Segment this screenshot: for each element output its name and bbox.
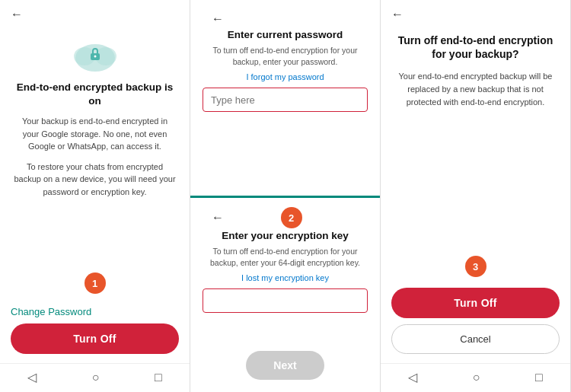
- panel3-body: Turn off end-to-end encryption for your …: [381, 26, 570, 139]
- panel3-desc: Your end-to-end encrypted backup will be…: [394, 70, 557, 109]
- cloud-lock-icon: [71, 33, 120, 73]
- panel2-top: ← Enter current password To turn off end…: [190, 0, 380, 198]
- svg-point-4: [94, 56, 96, 58]
- panel2-bottom-title: Enter your encryption key: [203, 230, 368, 241]
- panel2-bottom: ← 2 Enter your encryption key To turn of…: [190, 198, 380, 392]
- encryption-key-input[interactable]: [211, 295, 359, 307]
- next-button[interactable]: Next: [246, 351, 324, 380]
- step-badge-2: 2: [281, 207, 302, 228]
- panel1-body: End-to-end encrypted backup is on Your b…: [0, 26, 190, 206]
- panel-1: ← End-to-end encrypted backup is on Your…: [0, 0, 190, 392]
- cancel-button-3[interactable]: Cancel: [391, 324, 560, 354]
- panel3-buttons: Turn Off Cancel: [381, 288, 570, 360]
- back-button-1[interactable]: ←: [11, 8, 23, 21]
- back-button-2b[interactable]: ←: [212, 211, 224, 225]
- panel1-desc1: Your backup is end-to-end encrypted in y…: [14, 115, 176, 153]
- nav-square-icon-1[interactable]: □: [155, 371, 162, 384]
- panel1-buttons: Change Password Turn Off: [0, 304, 190, 360]
- lost-key-link[interactable]: I lost my encryption key: [203, 273, 368, 282]
- nav-home-icon-1[interactable]: ○: [92, 371, 100, 384]
- panel1-nav: ←: [0, 0, 190, 26]
- panel2-top-desc: To turn off end-to-end encryption for yo…: [203, 45, 368, 68]
- panel-2: ← Enter current password To turn off end…: [190, 0, 381, 392]
- forgot-password-link[interactable]: I forgot my password: [203, 72, 368, 81]
- step-badge-1: 1: [85, 272, 106, 294]
- panel1-bottom-nav: ◁ ○ □: [0, 363, 190, 392]
- password-input-wrap: [203, 88, 368, 112]
- turn-off-button-1[interactable]: Turn Off: [11, 323, 179, 354]
- panel-3: ← Turn off end-to-end encryption for you…: [381, 0, 571, 392]
- change-password-button[interactable]: Change Password: [11, 306, 91, 317]
- encryption-key-input-wrap: [203, 288, 368, 313]
- step-badge-3: 3: [465, 256, 486, 277]
- nav-back-icon-1[interactable]: ◁: [27, 370, 37, 384]
- panel3-bottom-nav: ◁ ○ □: [381, 363, 570, 392]
- panel2-bottom-desc: To turn off end-to-end encryption for yo…: [203, 246, 368, 269]
- step-1-row: 1: [0, 266, 190, 301]
- panel2-top-title: Enter current password: [203, 29, 368, 40]
- back-button-2a[interactable]: ←: [212, 12, 224, 26]
- step-3-row: 3: [381, 250, 570, 285]
- panel1-desc2: To restore your chats from encrypted bac…: [14, 161, 176, 199]
- panel2-top-nav: ←: [203, 6, 368, 29]
- panel1-title: End-to-end encrypted backup is on: [14, 81, 176, 107]
- turn-off-button-3[interactable]: Turn Off: [391, 288, 560, 318]
- nav-home-icon-3[interactable]: ○: [473, 371, 480, 384]
- panel3-nav: ←: [381, 0, 570, 26]
- back-button-3[interactable]: ←: [391, 8, 404, 21]
- panel3-title: Turn off end-to-end encryption for your …: [394, 33, 557, 61]
- panel2-bottom-nav: ← 2: [203, 204, 368, 230]
- nav-back-icon-3[interactable]: ◁: [408, 370, 417, 384]
- password-input[interactable]: [211, 94, 359, 106]
- nav-square-icon-3[interactable]: □: [535, 371, 543, 384]
